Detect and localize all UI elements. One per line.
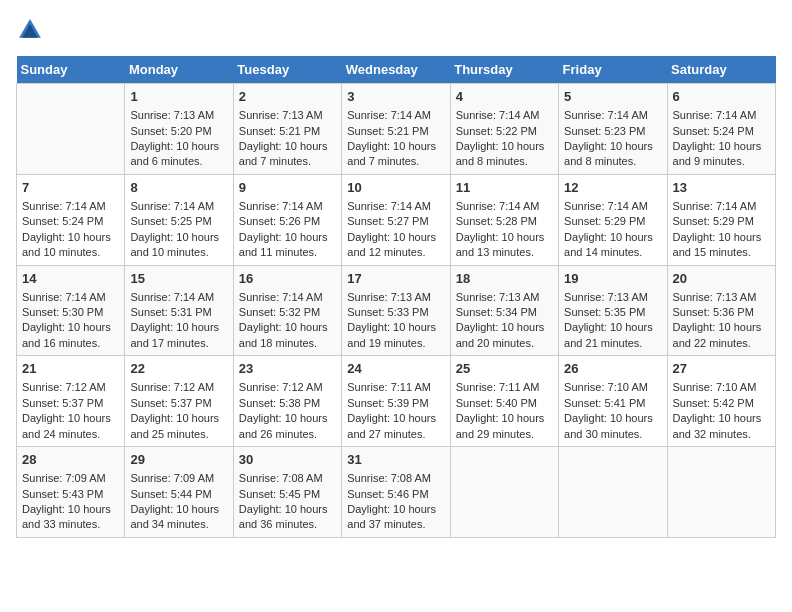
sunset-text: Sunset: 5:31 PM — [130, 305, 227, 320]
day-number: 14 — [22, 270, 119, 288]
day-number: 25 — [456, 360, 553, 378]
daylight-text: Daylight: 10 hours and 37 minutes. — [347, 502, 444, 533]
sunset-text: Sunset: 5:36 PM — [673, 305, 770, 320]
sunrise-text: Sunrise: 7:11 AM — [347, 380, 444, 395]
sunset-text: Sunset: 5:33 PM — [347, 305, 444, 320]
daylight-text: Daylight: 10 hours and 18 minutes. — [239, 320, 336, 351]
daylight-text: Daylight: 10 hours and 9 minutes. — [673, 139, 770, 170]
sunset-text: Sunset: 5:43 PM — [22, 487, 119, 502]
sunset-text: Sunset: 5:26 PM — [239, 214, 336, 229]
sunrise-text: Sunrise: 7:14 AM — [22, 199, 119, 214]
sunset-text: Sunset: 5:24 PM — [22, 214, 119, 229]
day-number: 5 — [564, 88, 661, 106]
sunrise-text: Sunrise: 7:13 AM — [456, 290, 553, 305]
daylight-text: Daylight: 10 hours and 16 minutes. — [22, 320, 119, 351]
sunset-text: Sunset: 5:25 PM — [130, 214, 227, 229]
day-number: 30 — [239, 451, 336, 469]
day-number: 3 — [347, 88, 444, 106]
sunset-text: Sunset: 5:42 PM — [673, 396, 770, 411]
sunrise-text: Sunrise: 7:14 AM — [564, 199, 661, 214]
weekday-header: Thursday — [450, 56, 558, 84]
calendar-week-row: 7Sunrise: 7:14 AMSunset: 5:24 PMDaylight… — [17, 174, 776, 265]
daylight-text: Daylight: 10 hours and 6 minutes. — [130, 139, 227, 170]
day-number: 10 — [347, 179, 444, 197]
daylight-text: Daylight: 10 hours and 25 minutes. — [130, 411, 227, 442]
day-number: 31 — [347, 451, 444, 469]
calendar-cell: 8Sunrise: 7:14 AMSunset: 5:25 PMDaylight… — [125, 174, 233, 265]
calendar-week-row: 21Sunrise: 7:12 AMSunset: 5:37 PMDayligh… — [17, 356, 776, 447]
sunset-text: Sunset: 5:24 PM — [673, 124, 770, 139]
daylight-text: Daylight: 10 hours and 7 minutes. — [239, 139, 336, 170]
calendar-cell: 25Sunrise: 7:11 AMSunset: 5:40 PMDayligh… — [450, 356, 558, 447]
sunrise-text: Sunrise: 7:08 AM — [347, 471, 444, 486]
sunrise-text: Sunrise: 7:14 AM — [456, 108, 553, 123]
sunrise-text: Sunrise: 7:08 AM — [239, 471, 336, 486]
calendar-cell: 6Sunrise: 7:14 AMSunset: 5:24 PMDaylight… — [667, 84, 775, 175]
day-number: 7 — [22, 179, 119, 197]
sunrise-text: Sunrise: 7:14 AM — [239, 290, 336, 305]
day-number: 6 — [673, 88, 770, 106]
sunset-text: Sunset: 5:21 PM — [239, 124, 336, 139]
sunrise-text: Sunrise: 7:14 AM — [130, 290, 227, 305]
weekday-header: Sunday — [17, 56, 125, 84]
sunrise-text: Sunrise: 7:10 AM — [564, 380, 661, 395]
daylight-text: Daylight: 10 hours and 20 minutes. — [456, 320, 553, 351]
page-header — [16, 16, 776, 44]
sunset-text: Sunset: 5:37 PM — [130, 396, 227, 411]
sunset-text: Sunset: 5:20 PM — [130, 124, 227, 139]
sunrise-text: Sunrise: 7:14 AM — [22, 290, 119, 305]
sunrise-text: Sunrise: 7:14 AM — [673, 108, 770, 123]
sunrise-text: Sunrise: 7:14 AM — [239, 199, 336, 214]
calendar-cell: 31Sunrise: 7:08 AMSunset: 5:46 PMDayligh… — [342, 447, 450, 538]
day-number: 17 — [347, 270, 444, 288]
calendar-week-row: 1Sunrise: 7:13 AMSunset: 5:20 PMDaylight… — [17, 84, 776, 175]
sunset-text: Sunset: 5:32 PM — [239, 305, 336, 320]
daylight-text: Daylight: 10 hours and 36 minutes. — [239, 502, 336, 533]
calendar-cell: 30Sunrise: 7:08 AMSunset: 5:45 PMDayligh… — [233, 447, 341, 538]
day-number: 13 — [673, 179, 770, 197]
sunrise-text: Sunrise: 7:12 AM — [239, 380, 336, 395]
daylight-text: Daylight: 10 hours and 22 minutes. — [673, 320, 770, 351]
daylight-text: Daylight: 10 hours and 17 minutes. — [130, 320, 227, 351]
calendar-cell: 17Sunrise: 7:13 AMSunset: 5:33 PMDayligh… — [342, 265, 450, 356]
calendar-cell: 15Sunrise: 7:14 AMSunset: 5:31 PMDayligh… — [125, 265, 233, 356]
sunrise-text: Sunrise: 7:12 AM — [22, 380, 119, 395]
daylight-text: Daylight: 10 hours and 34 minutes. — [130, 502, 227, 533]
sunrise-text: Sunrise: 7:11 AM — [456, 380, 553, 395]
daylight-text: Daylight: 10 hours and 29 minutes. — [456, 411, 553, 442]
calendar-cell: 19Sunrise: 7:13 AMSunset: 5:35 PMDayligh… — [559, 265, 667, 356]
day-number: 27 — [673, 360, 770, 378]
sunrise-text: Sunrise: 7:14 AM — [347, 108, 444, 123]
sunrise-text: Sunrise: 7:09 AM — [130, 471, 227, 486]
calendar-cell: 27Sunrise: 7:10 AMSunset: 5:42 PMDayligh… — [667, 356, 775, 447]
sunset-text: Sunset: 5:38 PM — [239, 396, 336, 411]
daylight-text: Daylight: 10 hours and 15 minutes. — [673, 230, 770, 261]
daylight-text: Daylight: 10 hours and 26 minutes. — [239, 411, 336, 442]
calendar-cell: 23Sunrise: 7:12 AMSunset: 5:38 PMDayligh… — [233, 356, 341, 447]
day-number: 11 — [456, 179, 553, 197]
sunrise-text: Sunrise: 7:12 AM — [130, 380, 227, 395]
calendar-week-row: 28Sunrise: 7:09 AMSunset: 5:43 PMDayligh… — [17, 447, 776, 538]
sunset-text: Sunset: 5:41 PM — [564, 396, 661, 411]
calendar-cell: 16Sunrise: 7:14 AMSunset: 5:32 PMDayligh… — [233, 265, 341, 356]
sunrise-text: Sunrise: 7:13 AM — [130, 108, 227, 123]
sunrise-text: Sunrise: 7:14 AM — [130, 199, 227, 214]
calendar-cell: 3Sunrise: 7:14 AMSunset: 5:21 PMDaylight… — [342, 84, 450, 175]
day-number: 15 — [130, 270, 227, 288]
calendar-cell: 2Sunrise: 7:13 AMSunset: 5:21 PMDaylight… — [233, 84, 341, 175]
calendar-cell: 24Sunrise: 7:11 AMSunset: 5:39 PMDayligh… — [342, 356, 450, 447]
sunset-text: Sunset: 5:40 PM — [456, 396, 553, 411]
sunset-text: Sunset: 5:37 PM — [22, 396, 119, 411]
day-number: 23 — [239, 360, 336, 378]
sunset-text: Sunset: 5:44 PM — [130, 487, 227, 502]
calendar-cell: 29Sunrise: 7:09 AMSunset: 5:44 PMDayligh… — [125, 447, 233, 538]
day-number: 20 — [673, 270, 770, 288]
day-number: 12 — [564, 179, 661, 197]
daylight-text: Daylight: 10 hours and 12 minutes. — [347, 230, 444, 261]
day-number: 8 — [130, 179, 227, 197]
daylight-text: Daylight: 10 hours and 14 minutes. — [564, 230, 661, 261]
day-number: 16 — [239, 270, 336, 288]
sunrise-text: Sunrise: 7:09 AM — [22, 471, 119, 486]
daylight-text: Daylight: 10 hours and 19 minutes. — [347, 320, 444, 351]
sunrise-text: Sunrise: 7:10 AM — [673, 380, 770, 395]
